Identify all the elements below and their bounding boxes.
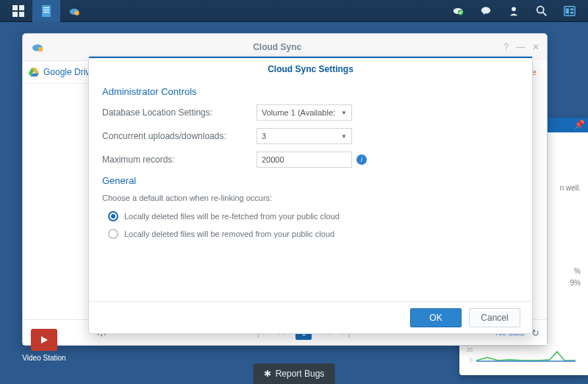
cloud-sync-icon xyxy=(30,40,45,54)
cloud-sync-icon xyxy=(68,4,81,18)
cancel-button[interactable]: Cancel xyxy=(469,308,520,327)
user-button[interactable] xyxy=(500,0,528,22)
svg-line-15 xyxy=(543,12,547,15)
svg-point-14 xyxy=(537,6,544,13)
google-drive-icon xyxy=(29,68,39,77)
svg-rect-3 xyxy=(19,12,24,17)
taskbar xyxy=(0,0,588,22)
db-location-select[interactable]: Volume 1 (Available: ▼ xyxy=(257,104,352,121)
info-icon[interactable]: i xyxy=(356,154,367,165)
svg-text:20: 20 xyxy=(467,347,473,352)
svg-point-12 xyxy=(481,7,491,13)
window-close-button[interactable]: ✕ xyxy=(532,42,539,52)
radio-refetch-label: Locally deleted files will be re-fetched… xyxy=(124,212,340,221)
radio-selected-icon xyxy=(108,211,118,221)
svg-rect-1 xyxy=(19,5,24,10)
radio-refetch-option[interactable]: Locally deleted files will be re-fetched… xyxy=(108,211,519,221)
desktop: 📌 n well. % 9% 60 40 20 0 Cloud Sync ? —… xyxy=(0,22,588,384)
widgets-button[interactable] xyxy=(556,0,584,22)
db-location-value: Volume 1 (Available: xyxy=(262,108,335,117)
maxrecords-label: Maximum records: xyxy=(102,154,257,165)
window-title: Cloud Sync xyxy=(51,42,503,52)
concurrent-value: 3 xyxy=(262,132,266,141)
svg-rect-18 xyxy=(570,8,574,10)
svg-rect-7 xyxy=(43,12,49,13)
video-station-icon xyxy=(31,329,57,351)
section-general: General xyxy=(102,175,519,186)
svg-rect-2 xyxy=(12,12,18,17)
modal-title: Cloud Sync Settings xyxy=(89,57,532,79)
svg-point-11 xyxy=(458,10,463,15)
pin-icon[interactable]: 📌 xyxy=(574,119,585,129)
concurrent-label: Concurrent uploads/downloads: xyxy=(102,131,257,141)
chat-icon xyxy=(479,4,492,18)
chevron-down-icon: ▼ xyxy=(341,133,347,140)
window-help-button[interactable]: ? xyxy=(503,42,509,52)
bug-icon: ✱ xyxy=(264,369,271,379)
svg-marker-38 xyxy=(41,336,48,344)
maxrecords-input-wrap xyxy=(257,152,352,168)
svg-rect-0 xyxy=(12,5,18,10)
chevron-down-icon: ▼ xyxy=(341,110,347,116)
search-button[interactable] xyxy=(528,0,556,22)
chat-button[interactable] xyxy=(472,0,500,22)
svg-rect-17 xyxy=(566,8,570,13)
desktop-icon-label: Video Station xyxy=(22,354,65,362)
modal-footer: OK Cancel xyxy=(89,301,532,333)
report-bugs-button[interactable]: ✱ Report Bugs xyxy=(254,363,335,384)
svg-point-25 xyxy=(38,47,43,51)
desktop-icon-video-station[interactable]: Video Station xyxy=(22,329,66,362)
window-minimize-button[interactable]: — xyxy=(516,42,525,52)
section-administrator-controls: Administrator Controls xyxy=(102,86,519,97)
svg-text:0: 0 xyxy=(470,358,473,363)
svg-rect-4 xyxy=(42,5,51,17)
radio-remove-label: Locally deleted files will be removed fr… xyxy=(124,230,334,238)
svg-point-9 xyxy=(74,10,79,15)
report-bugs-label: Report Bugs xyxy=(276,369,325,379)
document-icon xyxy=(40,4,53,18)
document-app-button[interactable] xyxy=(32,0,60,22)
radio-unselected-icon xyxy=(108,229,118,239)
concurrent-select[interactable]: 3 ▼ xyxy=(257,128,352,144)
cloud-sync-settings-modal: Cloud Sync Settings Administrator Contro… xyxy=(88,56,533,334)
apps-grid-icon xyxy=(12,4,25,18)
svg-point-13 xyxy=(512,7,516,11)
svg-rect-6 xyxy=(43,10,49,10)
sidebar-item-label: Google Drive xyxy=(43,67,95,77)
widgets-icon xyxy=(563,4,576,18)
cloud-ok-icon xyxy=(451,4,465,18)
cloud-sync-app-button[interactable] xyxy=(60,0,88,22)
apps-grid-button[interactable] xyxy=(4,0,32,22)
svg-rect-5 xyxy=(43,7,49,8)
db-location-label: Database Location Settings: xyxy=(102,107,257,118)
user-icon xyxy=(507,4,520,18)
search-icon xyxy=(535,4,548,18)
svg-rect-19 xyxy=(570,11,574,13)
maxrecords-input[interactable] xyxy=(262,155,347,164)
radio-remove-option[interactable]: Locally deleted files will be removed fr… xyxy=(108,229,519,239)
relinking-prompt: Choose a default action when re-linking … xyxy=(102,193,519,202)
cloud-status-button[interactable] xyxy=(444,0,472,22)
ok-button[interactable]: OK xyxy=(410,308,462,327)
